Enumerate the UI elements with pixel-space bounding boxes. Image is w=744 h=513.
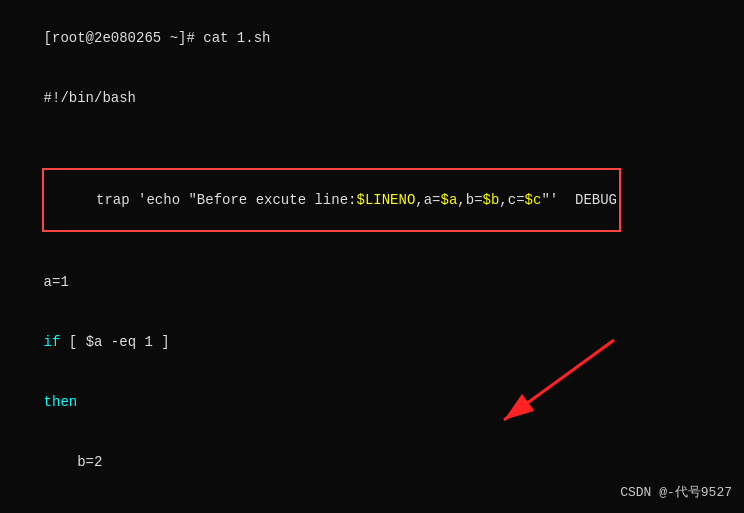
- terminal: [root@2e080265 ~]# cat 1.sh #!/bin/bash …: [0, 0, 744, 513]
- watermark: CSDN @-代号9527: [620, 483, 732, 501]
- line-a1: a=1: [10, 252, 734, 312]
- line-if: if [ $a -eq 1 ]: [10, 312, 734, 372]
- line-shebang: #!/bin/bash: [10, 68, 734, 128]
- line-cmd1: [root@2e080265 ~]# cat 1.sh: [10, 8, 734, 68]
- line-then: then: [10, 372, 734, 432]
- line-blank1: [10, 128, 734, 148]
- line-trap: trap 'echo "Before excute line:$LINENO,a…: [10, 148, 734, 252]
- trap-highlight-box: trap 'echo "Before excute line:$LINENO,a…: [42, 168, 621, 232]
